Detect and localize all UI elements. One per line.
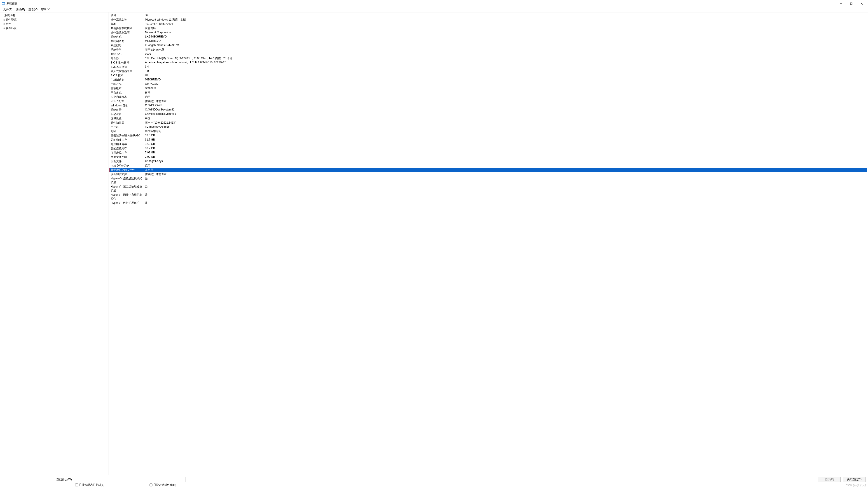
minimize-button[interactable]	[836, 0, 846, 7]
table-row[interactable]: Hyper-V - 虚拟机监视模式扩展是	[109, 177, 867, 185]
row-key: 可用物理内存	[109, 142, 144, 146]
table-row[interactable]: 系统型号Kuangshi Series GM7AG7M	[109, 43, 867, 48]
checkbox-input[interactable]	[150, 484, 152, 486]
row-key: BIOS 模式	[109, 73, 144, 78]
table-row[interactable]: 页面文件C:\pagefile.sys	[109, 159, 867, 163]
row-value: \Device\HarddiskVolume1	[144, 112, 867, 116]
tree-hardware-resources[interactable]: ⊞ 硬件资源	[1, 18, 108, 22]
maximize-button[interactable]	[846, 0, 857, 7]
tree-expand-icon[interactable]: ⊞	[3, 27, 6, 30]
table-row[interactable]: 系统 SKU0001	[109, 52, 867, 56]
row-value: 是	[144, 201, 867, 205]
menu-help[interactable]: 帮助(H)	[39, 7, 52, 12]
row-value: LHZ-MECHREVO	[144, 35, 867, 39]
table-row[interactable]: 操作系统制造商Microsoft Corporation	[109, 30, 867, 35]
tree-pane[interactable]: 系统摘要 ⊞ 硬件资源 ⊞ 组件 ⊞ 软件环境	[0, 12, 108, 475]
tree-expand-icon[interactable]: ⊞	[3, 23, 6, 25]
tree-software-environment[interactable]: ⊞ 软件环境	[1, 26, 108, 30]
svg-rect-2	[3, 5, 4, 5]
row-key: 其他操作系统描述	[109, 26, 144, 30]
menu-view[interactable]: 查看(V)	[27, 7, 39, 12]
window-title: 系统信息	[6, 2, 836, 5]
only-category-checkbox[interactable]: 只搜索类别名称(R)	[150, 483, 176, 487]
row-key: Hyper-V - 固件中启用的虚拟化	[109, 193, 144, 201]
table-row[interactable]: 主板版本Standard	[109, 86, 867, 91]
row-value: 12.2 GB	[144, 142, 867, 146]
table-row[interactable]: 时区中国标准时间	[109, 129, 867, 133]
tree-system-summary[interactable]: 系统摘要	[1, 13, 108, 18]
table-row[interactable]: 总的虚拟内存33.7 GB	[109, 146, 867, 151]
only-selected-checkbox[interactable]: 只搜索所选的类别(S)	[75, 483, 104, 487]
header-item[interactable]: 项目	[109, 13, 144, 18]
table-row[interactable]: 总的物理内存31.7 GB	[109, 138, 867, 142]
tree-label: 组件	[6, 22, 11, 26]
row-value: American Megatrends International, LLC. …	[144, 61, 867, 65]
table-row[interactable]: 区域设置中国	[109, 116, 867, 121]
table-row[interactable]: 主板制造商MECHREVO	[109, 78, 867, 82]
table-row[interactable]: 设备加密支持需要提升才能查看	[109, 172, 867, 177]
menu-file[interactable]: 文件(F)	[2, 7, 14, 12]
row-key: 操作系统名称	[109, 18, 144, 22]
table-row[interactable]: Hyper-V - 固件中启用的虚拟化是	[109, 193, 867, 201]
tree-expand-icon[interactable]: ⊞	[3, 19, 6, 21]
table-row[interactable]: 平台角色移动	[109, 91, 867, 95]
menu-edit[interactable]: 编辑(E)	[14, 7, 27, 12]
table-row[interactable]: Hyper-V - 数据扩展保护是	[109, 201, 867, 205]
table-row[interactable]: 基于虚拟化的安全性未启用	[109, 168, 867, 172]
title-bar: 系统信息	[0, 0, 868, 7]
row-value: GM7AG7M	[144, 82, 867, 86]
table-row[interactable]: 操作系统名称Microsoft Windows 11 家庭中文版	[109, 18, 867, 22]
table-row[interactable]: 系统目录C:\WINDOWS\system32	[109, 108, 867, 112]
table-header-row: 项目 值	[109, 13, 867, 18]
table-row[interactable]: 处理器12th Gen Intel(R) Core(TM) i9-12900H，…	[109, 56, 867, 61]
row-key: 系统型号	[109, 43, 144, 48]
row-key: PCR7 配置	[109, 99, 144, 103]
find-button[interactable]: 查找(D)	[818, 477, 841, 482]
table-row[interactable]: 页面文件空间2.00 GB	[109, 155, 867, 159]
table-row[interactable]: SMBIOS 版本3.4	[109, 65, 867, 69]
table-row[interactable]: 可用物理内存12.2 GB	[109, 142, 867, 146]
table-row[interactable]: PCR7 配置需要提升才能查看	[109, 99, 867, 103]
table-row[interactable]: Windows 目录C:\WINDOWS	[109, 103, 867, 108]
row-key: 设备加密支持	[109, 172, 144, 177]
table-row[interactable]: 系统名称LHZ-MECHREVO	[109, 35, 867, 39]
row-key: 系统名称	[109, 35, 144, 39]
system-information-window: 系统信息 文件(F) 编辑(E) 查看(V) 帮助(H) 系统摘要 ⊞ 硬件资源…	[0, 0, 868, 488]
close-find-button[interactable]: 关闭查找(C)	[843, 477, 866, 482]
table-row[interactable]: 其他操作系统描述没有资料	[109, 26, 867, 30]
table-row[interactable]: 用户名lhz-mechrevo\64626	[109, 125, 867, 129]
table-row[interactable]: 已安装的物理内存(RAM)32.0 GB	[109, 133, 867, 138]
row-key: 总的虚拟内存	[109, 146, 144, 151]
table-row[interactable]: BIOS 版本/日期American Megatrends Internatio…	[109, 61, 867, 65]
table-row[interactable]: 可用虚拟内存7.93 GB	[109, 151, 867, 155]
row-value: 0001	[144, 52, 867, 56]
table-row[interactable]: 系统制造商MECHREVO	[109, 39, 867, 43]
row-value: 未启用	[144, 168, 867, 172]
row-value: 是	[144, 193, 867, 201]
row-value: 3.4	[144, 65, 867, 69]
table-row[interactable]: 内核 DMA 保护启用	[109, 163, 867, 168]
search-input[interactable]	[75, 477, 185, 482]
content-area: 系统摘要 ⊞ 硬件资源 ⊞ 组件 ⊞ 软件环境 项目 值	[0, 12, 868, 475]
table-row[interactable]: 启动设备\Device\HarddiskVolume1	[109, 112, 867, 116]
row-key: Hyper-V - 虚拟机监视模式扩展	[109, 177, 144, 185]
tree-components[interactable]: ⊞ 组件	[1, 22, 108, 26]
table-row[interactable]: BIOS 模式UEFI	[109, 73, 867, 78]
row-value: Microsoft Corporation	[144, 30, 867, 35]
table-row[interactable]: 主板产品GM7AG7M	[109, 82, 867, 86]
table-row[interactable]: 硬件抽象层版本 = "10.0.22621.1413"	[109, 121, 867, 125]
checkbox-input[interactable]	[75, 484, 78, 486]
row-key: 可用虚拟内存	[109, 151, 144, 155]
table-row[interactable]: 嵌入式控制器版本1.03	[109, 69, 867, 73]
close-button[interactable]	[857, 0, 867, 7]
row-key: 处理器	[109, 56, 144, 61]
table-row[interactable]: 安全启动状态启用	[109, 95, 867, 99]
row-key: 系统目录	[109, 108, 144, 112]
details-pane[interactable]: 项目 值 操作系统名称Microsoft Windows 11 家庭中文版版本1…	[108, 12, 868, 475]
row-key: 系统 SKU	[109, 52, 144, 56]
header-value[interactable]: 值	[144, 13, 867, 18]
table-row[interactable]: 系统类型基于 x64 的电脑	[109, 48, 867, 52]
table-row[interactable]: Hyper-V - 第二级地址转换扩展是	[109, 185, 867, 193]
row-key: BIOS 版本/日期	[109, 61, 144, 65]
table-row[interactable]: 版本10.0.22621 版本 22621	[109, 22, 867, 26]
